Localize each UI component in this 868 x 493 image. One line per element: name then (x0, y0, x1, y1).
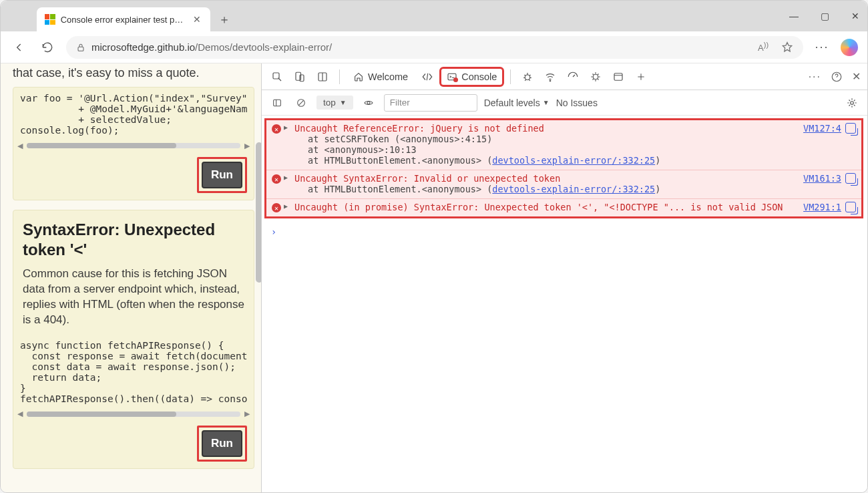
example-card-1: var foo = '@Url.Action("index","Survey" … (13, 87, 254, 200)
gear-icon[interactable] (843, 94, 861, 112)
help-icon[interactable] (831, 71, 843, 83)
copy-icon[interactable] (845, 123, 856, 134)
more-icon[interactable]: ··· (809, 71, 821, 83)
console-output: ✕▶Uncaught ReferenceError: jQuery is not… (262, 116, 867, 492)
horizontal-scrollbar[interactable]: ◀▶ (13, 409, 254, 419)
minimize-icon[interactable]: — (787, 11, 801, 21)
issues-count[interactable]: No Issues (556, 98, 598, 108)
sidebar-toggle-icon[interactable] (268, 94, 286, 112)
back-button[interactable] (10, 38, 29, 57)
error-badge-icon: ✕ (272, 124, 281, 134)
log-levels[interactable]: Default levels▼ (484, 98, 550, 108)
vm-source-link[interactable]: VM291:1 (803, 202, 841, 212)
svg-rect-11 (274, 100, 281, 106)
console-error[interactable]: ✕▶Uncaught ReferenceError: jQuery is not… (266, 120, 861, 170)
browser-tab[interactable]: Console error explainer test page ✕ (37, 7, 210, 31)
expand-icon[interactable]: ▶ (284, 174, 288, 181)
svg-point-14 (851, 101, 854, 104)
devtools-panel: Welcome Console ··· ✕ top▼ (261, 63, 867, 492)
copy-icon[interactable] (845, 173, 856, 184)
dock-icon[interactable] (314, 68, 331, 86)
close-devtools-icon[interactable]: ✕ (852, 70, 861, 83)
card-description: Common cause for this is fetching JSON d… (13, 264, 254, 335)
home-icon (353, 71, 364, 82)
read-aloud-icon[interactable]: A)) (758, 41, 769, 53)
vertical-scrollbar[interactable] (253, 63, 261, 492)
performance-icon[interactable] (564, 68, 582, 86)
refresh-button[interactable] (38, 38, 57, 57)
add-tab-icon[interactable] (632, 68, 650, 86)
application-icon[interactable] (610, 68, 627, 86)
run-button[interactable]: Run (202, 162, 242, 188)
expand-icon[interactable]: ▶ (284, 202, 288, 210)
lock-icon (75, 42, 86, 53)
clear-icon[interactable] (292, 94, 310, 112)
error-message: Uncaught (in promise) SyntaxError: Unexp… (285, 202, 856, 212)
device-icon[interactable] (291, 68, 308, 86)
maximize-icon[interactable]: ▢ (818, 11, 831, 21)
stack-line: at HTMLButtonElement.<anonymous> (devtoo… (285, 184, 856, 194)
code-sample: async function fetchAPIResponse() { cons… (13, 335, 254, 409)
more-menu[interactable]: ··· (813, 38, 831, 57)
highlight-box: Run (197, 426, 247, 462)
stack-line: at <anonymous>:10:13 (285, 144, 856, 155)
url-field[interactable]: microsoftedge.github.io/Demos/devtools-e… (66, 36, 803, 59)
error-highlight-group: ✕▶Uncaught ReferenceError: jQuery is not… (264, 118, 863, 218)
tab-console[interactable]: Console (441, 69, 502, 85)
new-tab-button[interactable]: ＋ (214, 9, 234, 29)
memory-icon[interactable] (587, 68, 604, 86)
error-badge-icon: ✕ (272, 174, 281, 184)
live-expression-icon[interactable] (360, 94, 377, 112)
paragraph-fragment: that case, it's easy to miss a quote. (13, 66, 254, 80)
card-title: SyntaxError: Unexpected token '<' (13, 210, 254, 264)
devtools-toolbar: Welcome Console ··· ✕ (262, 63, 867, 90)
svg-point-8 (594, 74, 599, 79)
svg-point-13 (367, 102, 370, 104)
console-prompt[interactable]: › (262, 222, 867, 241)
run-button[interactable]: Run (202, 430, 242, 457)
error-message: Uncaught ReferenceError: jQuery is not d… (285, 123, 856, 134)
favicon-microsoft (45, 14, 55, 25)
context-selector[interactable]: top▼ (316, 96, 353, 110)
elements-icon[interactable] (419, 68, 436, 86)
copy-icon[interactable] (845, 202, 856, 212)
svg-rect-9 (614, 73, 622, 80)
error-badge-icon: ✕ (272, 203, 281, 212)
console-filter-bar: top▼ Filter Default levels▼ No Issues (262, 90, 867, 116)
favorite-icon[interactable] (781, 41, 794, 54)
stack-line: at setCSRFToken (<anonymous>:4:15) (285, 134, 856, 144)
address-bar: microsoftedge.github.io/Demos/devtools-e… (1, 31, 867, 63)
svg-point-7 (550, 80, 552, 81)
highlight-box: Run (197, 157, 247, 193)
vm-source-link[interactable]: VM127:4 (803, 123, 841, 134)
source-link[interactable]: devtools-explain-error/:332:25 (492, 155, 655, 166)
svg-rect-0 (78, 47, 83, 51)
stack-line: at HTMLButtonElement.<anonymous> (devtoo… (285, 155, 856, 166)
network-icon[interactable] (541, 68, 559, 86)
close-icon[interactable]: ✕ (192, 14, 202, 25)
example-card-2: SyntaxError: Unexpected token '<' Common… (13, 210, 254, 469)
error-message: Uncaught SyntaxError: Invalid or unexpec… (285, 173, 856, 184)
horizontal-scrollbar[interactable]: ◀▶ (13, 141, 254, 150)
tab-welcome[interactable]: Welcome (348, 69, 413, 85)
filter-input[interactable]: Filter (384, 94, 477, 112)
vm-source-link[interactable]: VM161:3 (803, 173, 841, 184)
window-close-icon[interactable]: ✕ (849, 11, 862, 21)
tab-title: Console error explainer test page (61, 15, 186, 25)
bug-icon[interactable] (519, 68, 536, 86)
inspect-icon[interactable] (268, 68, 286, 86)
copilot-icon[interactable] (841, 39, 858, 56)
console-error[interactable]: ✕▶Uncaught SyntaxError: Invalid or unexp… (266, 170, 861, 199)
window-titlebar: Console error explainer test page ✕ ＋ — … (1, 1, 867, 31)
expand-icon[interactable]: ▶ (284, 124, 288, 131)
source-link[interactable]: devtools-explain-error/:332:25 (492, 184, 655, 194)
page-content: that case, it's easy to miss a quote. va… (1, 63, 261, 492)
code-sample: var foo = '@Url.Action("index","Survey" … (13, 88, 254, 141)
console-error[interactable]: ✕▶Uncaught (in promise) SyntaxError: Une… (266, 199, 861, 216)
